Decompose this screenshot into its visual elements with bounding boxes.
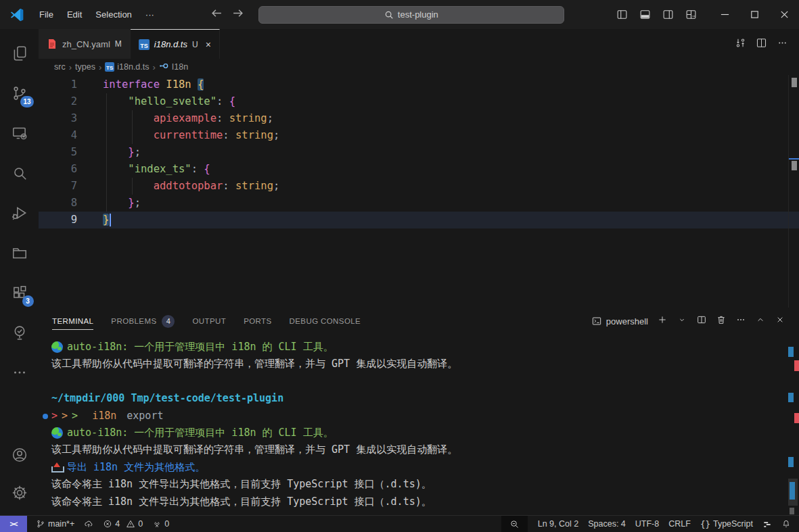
terminal-dropdown-icon[interactable] — [677, 314, 687, 328]
terminal-shell-item[interactable]: powershell — [591, 316, 648, 327]
line-number: 4 — [39, 127, 103, 144]
menu-file[interactable]: File — [32, 7, 60, 22]
publish-changes-item[interactable] — [79, 516, 98, 532]
errors-icon — [103, 519, 112, 529]
tab-close-icon[interactable]: × — [206, 39, 211, 50]
terminal-mark — [788, 393, 794, 402]
panel-more-actions-icon[interactable] — [735, 314, 746, 328]
run-debug-icon[interactable] — [4, 197, 35, 228]
toggle-secondary-sidebar-button[interactable] — [658, 5, 677, 24]
explorer-icon[interactable] — [4, 38, 35, 69]
toggle-primary-sidebar-button[interactable] — [612, 5, 631, 24]
remote-explorer-icon[interactable] — [4, 118, 35, 149]
code-token: I18n — [166, 78, 191, 91]
encoding-item[interactable]: UTF-8 — [631, 516, 664, 532]
tab-debug-console[interactable]: DEBUG CONSOLE — [290, 313, 361, 329]
split-terminal-icon[interactable] — [696, 314, 707, 328]
maximize-button[interactable] — [739, 0, 769, 29]
close-panel-icon[interactable] — [775, 314, 785, 328]
code-line[interactable]: 7 addtotopbar: string; — [39, 178, 799, 195]
tab-ports[interactable]: PORTS — [244, 313, 271, 329]
code-line[interactable]: 4 currenttime: string; — [39, 127, 799, 144]
tab-zh-cn-yaml[interactable]: zh_CN.yaml M — [39, 29, 131, 59]
activity-bar: 13 3 — [0, 29, 39, 515]
kill-terminal-icon[interactable] — [716, 314, 727, 328]
code-line[interactable]: 3 apiexample: string; — [39, 110, 799, 127]
settings-gear-icon[interactable] — [4, 477, 35, 508]
open-changes-icon[interactable] — [735, 37, 746, 51]
zoom-status-item[interactable] — [501, 516, 528, 532]
menu-more[interactable]: ··· — [139, 7, 161, 22]
code-line[interactable]: 8 }; — [39, 195, 799, 212]
toggle-panel-button[interactable] — [635, 5, 654, 24]
minimize-button[interactable] — [710, 0, 739, 29]
terminal-token: export — [120, 408, 163, 425]
remote-indicator[interactable]: >< — [0, 516, 27, 532]
globe-icon — [51, 427, 63, 439]
terminal-blank — [51, 373, 58, 390]
indentation-item[interactable]: Spaces: 4 — [583, 516, 631, 532]
close-window-button[interactable] — [769, 0, 799, 29]
notifications-item[interactable] — [777, 516, 799, 532]
formatter-item[interactable] — [758, 516, 777, 532]
language-mode-item[interactable]: {} TypeScript — [695, 516, 758, 532]
source-control-icon[interactable]: 13 — [4, 78, 35, 109]
code-token: { — [229, 95, 235, 107]
chevron-right-icon: › — [153, 62, 156, 72]
split-editor-icon[interactable] — [756, 37, 767, 51]
code-token — [191, 78, 198, 91]
code-line[interactable]: 1interface I18n { — [39, 76, 799, 93]
tab-i18n-d-ts[interactable]: TS i18n.d.ts U × — [131, 29, 220, 59]
code-line[interactable]: 6 "index_ts": { — [39, 161, 799, 178]
menu-edit[interactable]: Edit — [60, 7, 89, 22]
code-text: interface I18n { — [103, 76, 204, 93]
terminal-token: ~/tmpdir/000 Tmp/test-code/test-plugin — [51, 390, 283, 407]
breadcrumb-src[interactable]: src — [54, 62, 66, 72]
eol-item[interactable]: CRLF — [664, 516, 695, 532]
customize-layout-button[interactable] — [681, 5, 700, 24]
globe-icon — [51, 341, 63, 353]
problems-item[interactable]: 4 0 — [98, 516, 147, 532]
back-arrow-icon[interactable] — [211, 7, 223, 22]
code-editor[interactable]: 1interface I18n {2 "hello_svelte": {3 ap… — [39, 75, 799, 308]
terminal-token: 该命令将主 i18n 文件导出为其他格式，目前支持 TypeScript 接口（… — [51, 476, 432, 493]
forward-arrow-icon[interactable] — [232, 7, 244, 22]
code-token: "index_ts" — [103, 163, 191, 175]
extensions-icon[interactable]: 3 — [4, 277, 35, 308]
tab-label: i18n.d.ts — [154, 39, 187, 49]
breadcrumb-symbol[interactable]: I18n — [159, 61, 188, 73]
account-icon[interactable] — [4, 439, 35, 470]
code-line[interactable]: 9} — [39, 212, 799, 228]
terminal-token: 该工具帮助你从代码中提取可翻译的字符串，管理翻译，并与 GPT 集成以实现自动翻… — [51, 441, 457, 458]
overview-ruler[interactable] — [788, 75, 799, 308]
terminal-token — [82, 408, 88, 425]
code-line[interactable]: 2 "hello_svelte": { — [39, 93, 799, 110]
branch-item[interactable]: main*+ — [31, 516, 79, 532]
code-token: } — [128, 146, 134, 158]
menu-selection[interactable]: Selection — [89, 7, 138, 22]
new-terminal-icon[interactable] — [657, 314, 668, 328]
cursor-position-item[interactable]: Ln 9, Col 2 — [533, 516, 583, 532]
tab-problems[interactable]: PROBLEMS 4 — [111, 311, 175, 332]
code-token: ; — [273, 129, 279, 141]
breadcrumb-file[interactable]: TS i18n.d.ts — [105, 62, 149, 72]
code-line[interactable]: 5 }; — [39, 144, 799, 161]
code-token — [103, 129, 154, 141]
maximize-panel-icon[interactable] — [755, 314, 766, 328]
terminal-scrollbar[interactable] — [788, 335, 799, 515]
folder-view-icon[interactable] — [4, 237, 35, 268]
tab-output[interactable]: OUTPUT — [192, 313, 226, 329]
bell-icon — [781, 519, 791, 529]
breadcrumb-types[interactable]: types — [75, 62, 95, 72]
command-center-search[interactable]: test-plugin — [258, 6, 564, 24]
search-view-icon[interactable] — [4, 158, 35, 189]
terminal-line: auto-i18n: 一个用于管理项目中 i18n 的 CLI 工具。 — [51, 425, 775, 441]
more-views-icon[interactable] — [4, 357, 35, 388]
ports-item[interactable]: 0 — [147, 516, 174, 532]
terminal-output[interactable]: auto-i18n: 一个用于管理项目中 i18n 的 CLI 工具。该工具帮助… — [39, 335, 799, 515]
editor-more-actions-icon[interactable] — [777, 37, 788, 51]
code-text: }; — [103, 195, 141, 212]
yaml-file-icon — [47, 39, 58, 49]
tab-terminal[interactable]: TERMINAL — [52, 313, 93, 330]
testing-icon[interactable] — [4, 317, 35, 348]
